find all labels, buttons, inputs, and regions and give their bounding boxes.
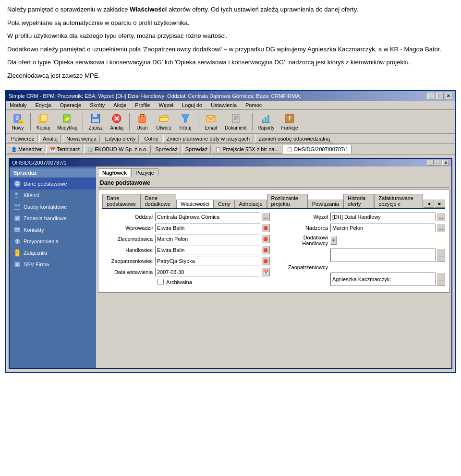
menu-item-loguj[interactable]: Loguj do	[180, 102, 204, 108]
toolbar-funkcje[interactable]: f Funkcje	[279, 111, 301, 132]
tab-ohsidg[interactable]: 📋 OHSIDG/2007/00787/1	[283, 145, 352, 154]
menu-item-wezel[interactable]: Węzeł	[157, 102, 175, 108]
crm-close-button[interactable]: ✕	[445, 93, 452, 99]
menu-item-edycja[interactable]: Edycja	[33, 102, 53, 108]
nadzorca-input[interactable]	[330, 224, 436, 232]
menu-item-akcje[interactable]: Akcje	[111, 102, 128, 108]
handlowcy-dodatkowi-input[interactable]	[330, 249, 436, 262]
sidebar-item-dane-podstawowe[interactable]: Dane podstawowe	[10, 178, 96, 190]
section-title: Dane podstawowe	[98, 178, 449, 188]
action-nowa-wersja[interactable]: Nowa wersja	[63, 135, 100, 143]
toolbar-raporty[interactable]: Raporty	[255, 111, 278, 132]
data-wstawienia-input[interactable]	[155, 268, 260, 276]
tab-naglowek[interactable]: Nagłówek	[98, 168, 131, 177]
zleceniodawca-input[interactable]	[155, 235, 260, 243]
inner-minimize-button[interactable]: _	[427, 160, 434, 166]
tab-pozycje[interactable]: Pozycje	[131, 168, 158, 177]
handlowcy-add-button[interactable]: +	[330, 236, 337, 245]
new-icon: +	[12, 113, 24, 124]
action-zamien-osobe[interactable]: Zamień osobę odpowiedzialną	[255, 135, 333, 143]
subtab-powiazania[interactable]: Powiązania	[308, 200, 343, 208]
zadania-icon	[13, 214, 21, 222]
toolbar-email[interactable]: Email	[201, 111, 221, 132]
form-row-nadzorca: Nadzorca …	[278, 224, 445, 232]
wezel-input[interactable]	[330, 213, 436, 221]
subtab-historia[interactable]: Historia oferty	[343, 194, 374, 208]
paragraph-5: Dla ofert o typie 'Opieka serwisowa i ko…	[7, 58, 454, 67]
sidebar-item-klienci[interactable]: Klienci	[10, 190, 96, 201]
sidebar-item-ssv[interactable]: S SSV Firma	[10, 259, 96, 270]
zaopatrzeniowcy-lookup-button[interactable]: …	[437, 273, 445, 286]
subtab-wlasciwosci[interactable]: Właściwości	[176, 200, 214, 208]
action-anuluj[interactable]: Anuluj	[39, 135, 61, 143]
menu-item-profile[interactable]: Profile	[133, 102, 152, 108]
zaopatrzeniowiec-lookup-button[interactable]: 🔴	[261, 257, 270, 265]
handlowcy-lookup-button[interactable]: …	[437, 249, 445, 262]
toolbar-sep-1	[30, 113, 31, 131]
subtab-adnotacje[interactable]: Adnotacje	[235, 200, 267, 208]
toolbar-zapisz[interactable]: Zapisz	[85, 111, 106, 132]
inner-title: OHSIDG/2007/00787/1	[12, 160, 67, 166]
subtab-zafakturowane[interactable]: Zafakturowane pozycje c	[374, 194, 423, 208]
tab-terminarz[interactable]: 📅 Terminarz	[46, 145, 83, 154]
copy-icon	[37, 113, 49, 124]
toolbar-otworz[interactable]: Otwórz	[153, 111, 174, 132]
tab-ekobud[interactable]: 🏢 EKOBUD-W Sp. z o.o.	[84, 145, 151, 154]
oddzial-lookup-button[interactable]: …	[261, 213, 270, 221]
toolbar-anuluj[interactable]: Anuluj	[107, 111, 127, 132]
tab-sprzedaz-2[interactable]: Sprzedaż	[182, 145, 211, 154]
menu-item-operacje[interactable]: Operacje	[58, 102, 84, 108]
zaopatrzeniowiec-input[interactable]	[155, 257, 260, 265]
data-calendar-button[interactable]: 📅	[261, 268, 270, 276]
wprowadzil-input[interactable]	[155, 224, 260, 232]
subtab-ceny[interactable]: Ceny	[214, 200, 235, 208]
action-potwierdz[interactable]: Potwierdź	[8, 135, 37, 143]
menu-item-ustawienia[interactable]: Ustawienia	[209, 102, 239, 108]
tab-bar: 👤 Menedżer 📅 Terminarz 🏢 EKOBUD-W Sp. z …	[6, 144, 455, 155]
action-cofnij[interactable]: Cofnij	[141, 135, 161, 143]
action-edycja-oferty[interactable]: Edycja oferty	[102, 135, 139, 143]
sidebar-item-przypomnienia[interactable]: Przypomnienia	[10, 236, 96, 247]
menu-bar: Moduły Edycja Operacje Skróty Akcje Prof…	[6, 101, 455, 110]
subtab-rozliczanie[interactable]: Rozliczanie projektu	[267, 194, 308, 208]
oddzial-input[interactable]	[155, 213, 260, 221]
subtab-dane-dodatkowe[interactable]: Dane dodatkowe	[141, 194, 176, 208]
wprowadzil-lookup-button[interactable]: 🔴	[261, 224, 270, 232]
subtab-dane-podstawowe[interactable]: Dane podstawowe	[102, 194, 141, 208]
wezel-lookup-button[interactable]: …	[437, 213, 445, 221]
toolbar-nowy[interactable]: + Nowy	[8, 111, 28, 132]
svg-rect-11	[93, 114, 97, 117]
toolbar-sep-5	[252, 113, 253, 131]
archiwalna-checkbox[interactable]	[158, 279, 164, 285]
toolbar-filtruj[interactable]: Filtruj	[175, 111, 195, 132]
nadzorca-lookup-button[interactable]: …	[437, 224, 445, 232]
sidebar-item-osoby[interactable]: Osoby kontaktowe	[10, 201, 96, 213]
svg-rect-27	[265, 117, 267, 123]
subtab-prev-button[interactable]: ◄	[424, 200, 434, 208]
inner-maximize-button[interactable]: □	[435, 160, 441, 166]
sidebar-item-zadania[interactable]: Zadania handlowe	[10, 213, 96, 224]
sidebar-item-kontakty[interactable]: Kontakty	[10, 224, 96, 236]
menu-item-moduly[interactable]: Moduły	[8, 102, 28, 108]
toolbar-modyfikuj[interactable]: Modyfikuj	[54, 111, 80, 132]
subtab-next-button[interactable]: ►	[435, 200, 445, 208]
nadzorca-icon: …	[438, 226, 443, 231]
tab-przejscie[interactable]: 📋 Przejście 5BX z btr na...	[212, 145, 282, 154]
sidebar-item-zalaczniki[interactable]: Załączniki	[10, 247, 96, 259]
menu-item-pomoc[interactable]: Pomoc	[243, 102, 264, 108]
handlowiec-lookup-button[interactable]: 🔴	[261, 246, 270, 254]
tab-menedzer[interactable]: 👤 Menedżer	[8, 145, 45, 154]
toolbar-usun[interactable]: Usuń	[132, 111, 152, 132]
crm-maximize-button[interactable]: □	[436, 93, 444, 99]
menu-item-skroty[interactable]: Skróty	[88, 102, 107, 108]
toolbar-kopiuj[interactable]: Kopiuj	[33, 111, 53, 132]
crm-minimize-button[interactable]: _	[427, 93, 435, 99]
handlowiec-input[interactable]	[155, 246, 260, 254]
action-zmien-daty[interactable]: Zmień planowane daty w pozycjach	[163, 135, 254, 143]
inner-close-button[interactable]: ✕	[442, 160, 449, 166]
svg-point-35	[15, 192, 18, 195]
tab-sprzedaz-1[interactable]: Sprzedaż	[152, 145, 181, 154]
toolbar-dokument[interactable]: Dokument	[222, 111, 250, 132]
zleceniodawca-lookup-button[interactable]: 🔴	[261, 235, 270, 243]
zaopatrzeniowcy-input[interactable]	[330, 273, 436, 286]
